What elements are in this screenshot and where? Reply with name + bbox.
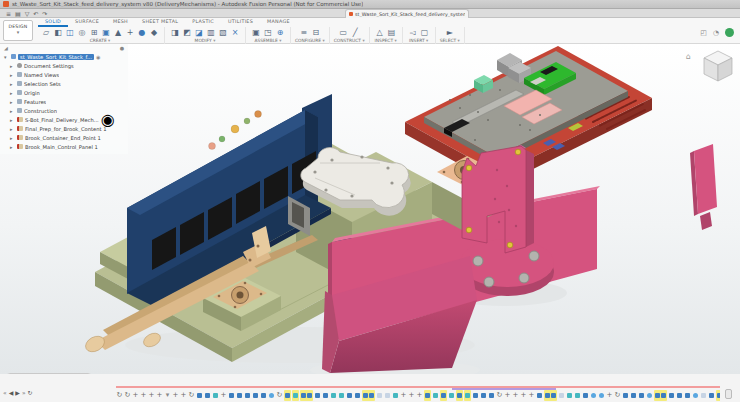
timeline-marker[interactable]: ↻ [276,390,283,401]
save-icon[interactable]: ▽ [25,9,30,18]
browser-item-component-4[interactable]: ▸ Brook_Main_Control_Panel 1 [2,142,126,151]
tool-icon[interactable]: ▤ [386,27,398,38]
timeline-marker[interactable] [440,390,447,401]
timeline-marker[interactable]: ↻ [124,390,131,401]
timeline-marker[interactable] [536,390,543,401]
pink-side-plate[interactable] [690,144,717,230]
timeline-marker[interactable]: + [180,390,187,401]
group-inspect-label[interactable]: INSPECT ▾ [375,38,397,43]
timeline-marker[interactable] [700,390,707,401]
tool-icon[interactable]: ▣ [100,27,112,38]
timeline-marker[interactable] [574,390,581,401]
timeline-marker[interactable]: ↻ [116,390,123,401]
timeline-marker[interactable] [590,390,597,401]
tool-icon[interactable]: ◨ [169,27,181,38]
replay-button[interactable]: ↻ [28,388,33,398]
tool-icon[interactable]: ≡ [298,27,310,38]
expand-arrow-icon[interactable]: ▸ [10,63,15,69]
tab-mesh[interactable]: MESH [106,18,135,27]
timeline-marker[interactable]: + [606,390,613,401]
timeline-marker[interactable] [708,390,715,401]
expand-arrow-icon[interactable]: ▸ [10,108,15,114]
timeline-marker[interactable] [472,390,479,401]
browser-item-features[interactable]: ▸ Features [2,97,126,106]
timeline-marker[interactable] [488,390,495,401]
tab-manage[interactable]: MANAGE [260,18,297,27]
tool-icon[interactable]: ◧ [52,27,64,38]
timeline-marker[interactable] [384,390,391,401]
timeline-marker[interactable] [654,390,667,401]
home-icon[interactable]: ⌂ [686,52,691,61]
tool-icon[interactable]: ◩ [181,27,193,38]
group-assemble-label[interactable]: ASSEMBLE ▾ [255,38,282,43]
timeline-marker[interactable] [252,390,259,401]
timeline-marker[interactable] [638,390,645,401]
step-back-button[interactable]: ◀ [9,388,14,398]
timeline-marker[interactable] [292,390,299,401]
browser-item-selection-sets[interactable]: ▸ Selection Sets [2,79,126,88]
timeline-end-handle[interactable] [725,389,732,399]
new-file-icon[interactable]: ▤ [15,9,21,18]
view-cube[interactable]: ⌂ [686,46,738,90]
tool-icon[interactable]: ▢ [419,27,431,38]
timeline-marker[interactable] [582,390,589,401]
avatar[interactable] [725,28,734,37]
timeline-marker[interactable]: + [220,390,227,401]
group-create-label[interactable]: CREATE ▾ [90,38,111,43]
timeline-marker[interactable] [630,390,637,401]
document-tab[interactable]: st_Waste_Sort_Kit_Stack_feed_delivery_sy… [345,9,469,18]
group-construct-label[interactable]: CONSTRUCT ▾ [334,38,365,43]
timeline-marker[interactable] [212,390,219,401]
expand-arrow-icon[interactable]: ▸ [10,81,15,87]
timeline-marker[interactable]: + [416,390,423,401]
timeline-marker[interactable] [330,390,337,401]
tool-icon[interactable]: ▧ [217,27,229,38]
model-canvas[interactable]: ◢ ● ▾ st_Waste_Sort_Kit_Stack_f... ◉ ▸ D… [0,44,740,374]
timeline-marker[interactable] [346,390,353,401]
timeline-marker[interactable] [558,390,565,401]
tool-icon[interactable]: ⊟ [310,27,322,38]
timeline-marker[interactable] [668,390,675,401]
tool-icon[interactable]: ◎ [76,27,88,38]
timeline-marker[interactable] [598,390,605,401]
timeline-marker[interactable]: ↻ [496,390,503,401]
tool-icon[interactable]: ◆ [148,27,160,38]
tool-icon[interactable]: ▲ [112,27,124,38]
timeline-marker[interactable]: + [156,390,163,401]
browser-item-component-3[interactable]: ▸ Brook_Container_End_Point 1 [2,133,126,142]
timeline-marker[interactable] [228,390,235,401]
timeline-marker[interactable] [676,390,683,401]
tab-plastic[interactable]: PLASTIC [185,18,221,27]
tab-surface[interactable]: SURFACE [68,18,106,27]
timeline-marker[interactable]: + [148,390,155,401]
expand-arrow-icon[interactable]: ▸ [10,90,15,96]
timeline-marker[interactable] [480,390,487,401]
expand-arrow-icon[interactable]: ▾ [4,54,9,60]
group-insert-label[interactable]: INSERT ▾ [409,38,428,43]
timeline-marker[interactable] [268,390,275,401]
group-configure-label[interactable]: CONFIGURE ▾ [295,38,325,43]
workspace-switcher[interactable]: DESIGN ▾ [3,20,33,41]
timeline-marker[interactable]: + [172,390,179,401]
tool-icon[interactable]: ◫ [64,27,76,38]
redo-icon[interactable]: ↷ [42,9,47,18]
tab-solid[interactable]: SOLID [38,18,68,27]
browser-item-origin[interactable]: ▸ Origin [2,88,126,97]
timeline-marker[interactable] [300,390,313,401]
timeline-marker[interactable] [362,390,375,401]
timeline-marker[interactable] [646,390,653,401]
timeline-marker[interactable] [544,390,557,401]
tool-icon[interactable]: ► [444,27,456,38]
expand-arrow-icon[interactable]: ▸ [10,117,15,123]
tool-icon[interactable]: ⊞ [88,27,100,38]
expand-arrow-icon[interactable]: ▸ [10,99,15,105]
timeline-marker[interactable] [322,390,329,401]
group-modify-label[interactable]: MODIFY ▾ [195,38,216,43]
expand-arrow-icon[interactable]: ▸ [10,144,15,150]
tool-icon[interactable]: △ [374,27,386,38]
timeline-marker[interactable] [314,390,321,401]
browser-item-document-settings[interactable]: ▸ Document Settings [2,61,126,70]
expand-arrow-icon[interactable]: ▸ [10,126,15,132]
tab-utilities[interactable]: UTILITIES [221,18,260,27]
timeline-strip[interactable]: ↻↻++++▾++↻+↻+++↻+++++↻+ [116,389,720,401]
